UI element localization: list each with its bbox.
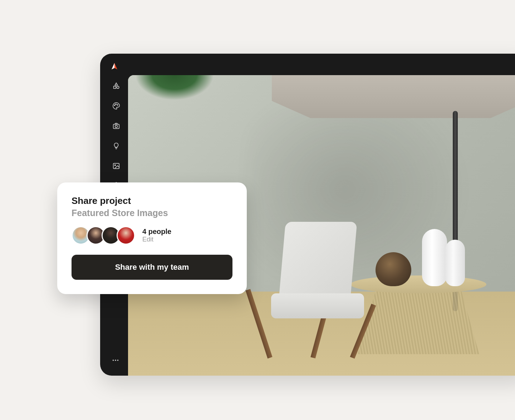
svg-point-1	[117, 86, 119, 88]
shapes-icon[interactable]	[112, 82, 121, 90]
scene-greenery	[135, 75, 214, 100]
svg-point-12	[117, 360, 119, 361]
share-dialog-subtitle: Featured Store Images	[72, 208, 232, 218]
edit-people-link[interactable]: Edit	[142, 236, 171, 243]
svg-rect-7	[113, 163, 119, 169]
more-horizontal-icon[interactable]	[112, 356, 119, 366]
share-project-dialog: Share project Featured Store Images 4 pe…	[57, 182, 247, 294]
scene-umbrella-canopy	[272, 75, 515, 118]
svg-point-10	[113, 360, 114, 361]
svg-rect-0	[114, 86, 116, 88]
left-toolbar	[107, 79, 125, 190]
people-count-label: 4 people	[142, 228, 171, 236]
image-icon[interactable]	[112, 162, 121, 170]
app-logo-icon	[110, 62, 119, 71]
svg-point-8	[114, 165, 116, 166]
svg-point-2	[114, 105, 115, 106]
svg-point-3	[116, 104, 116, 104]
scene-chair	[260, 222, 382, 358]
svg-point-11	[115, 360, 116, 361]
camera-icon[interactable]	[112, 122, 121, 130]
share-dialog-title: Share project	[72, 195, 232, 206]
avatar[interactable]	[117, 226, 135, 245]
avatar-group	[72, 226, 135, 245]
people-info: 4 people Edit	[142, 228, 171, 243]
share-with-team-button[interactable]: Share with my team	[72, 255, 232, 280]
scene-vase-white-short	[445, 240, 465, 286]
svg-point-4	[117, 104, 118, 105]
svg-rect-5	[113, 124, 119, 128]
palette-icon[interactable]	[112, 102, 121, 110]
scene-vase-white-tall	[422, 229, 447, 286]
svg-point-6	[115, 125, 117, 127]
lightbulb-icon[interactable]	[112, 142, 121, 150]
share-people-row: 4 people Edit	[72, 226, 232, 245]
